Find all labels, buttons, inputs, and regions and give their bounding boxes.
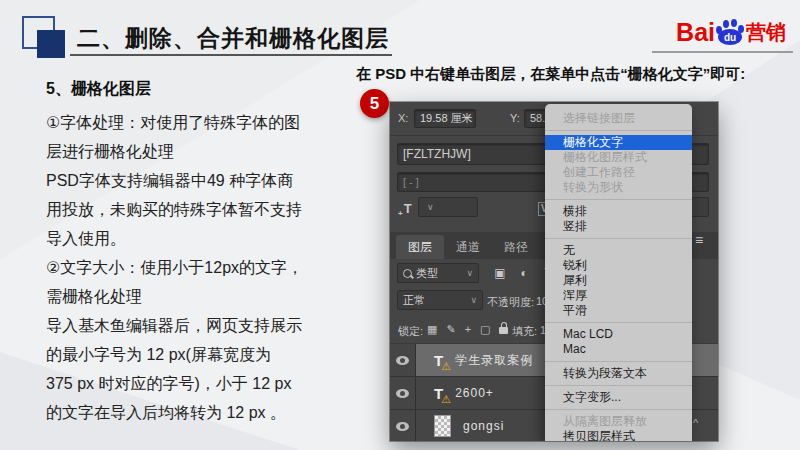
menu-group: 从隔离图层释放拷贝图层样式 bbox=[545, 410, 692, 441]
x-coordinate-input[interactable]: 19.58 厘米 bbox=[414, 109, 476, 128]
body-text-line: 导入使用。 bbox=[46, 224, 376, 253]
text-layer-thumbnail: T⚠ bbox=[434, 385, 443, 402]
paw-toe bbox=[723, 20, 729, 28]
context-menu: 选择链接图层栅格化文字栅格化图层样式创建工作路径转换为形状横排竖排无锐利犀利浑厚… bbox=[545, 104, 692, 441]
baidu-marketing-logo: Bai du 营销 bbox=[676, 18, 786, 47]
menu-group: 选择链接图层 bbox=[545, 107, 692, 131]
y-coordinate-label: Y: bbox=[510, 112, 520, 124]
text-layer-thumbnail: T⚠ bbox=[434, 352, 443, 369]
context-menu-item: 栅格化图层样式 bbox=[545, 150, 692, 165]
context-menu-item[interactable]: 竖排 bbox=[545, 219, 692, 234]
pixel-layer-thumbnail bbox=[434, 415, 451, 437]
adjustment-filter-icon[interactable]: ◐ bbox=[512, 266, 536, 280]
logo-text-du: du bbox=[718, 29, 742, 45]
layers-panel-tab[interactable]: 路径 bbox=[492, 235, 540, 259]
lock-icons: ▦✎+▢ bbox=[427, 319, 517, 339]
paw-toe bbox=[731, 19, 737, 27]
warning-icon: ⚠ bbox=[441, 393, 451, 406]
context-menu-item: 从隔离图层释放 bbox=[545, 414, 692, 429]
title-underline bbox=[70, 54, 392, 56]
menu-group: 无锐利犀利浑厚平滑 bbox=[545, 239, 692, 323]
context-menu-item[interactable]: 栅格化文字 bbox=[545, 135, 692, 150]
slide: 二、删除、合并和栅格化图层 Bai du 营销 5、栅格化图层 ①字体处理：对使… bbox=[0, 0, 800, 450]
layers-panel-tab[interactable]: 图层 bbox=[396, 235, 444, 259]
body-text-line: 层进行栅格化处理 bbox=[46, 137, 376, 166]
menu-group: Mac LCDMac bbox=[545, 323, 692, 362]
baidu-paw-icon: du bbox=[716, 19, 744, 46]
blend-mode-value: 正常 bbox=[403, 293, 425, 308]
step-number-badge: 5 bbox=[360, 89, 389, 118]
body-text-line: 用投放，未购买的特殊字体暂不支持 bbox=[46, 195, 376, 224]
logo-underline bbox=[652, 51, 793, 53]
layer-name: 学生录取案例 bbox=[455, 352, 533, 369]
chevron-down-icon: ∨ bbox=[470, 295, 477, 305]
collapse-caret-icon[interactable]: ^ bbox=[693, 417, 698, 429]
page-title: 二、删除、合并和栅格化图层 bbox=[77, 23, 389, 54]
fill-label: 填充: bbox=[512, 324, 537, 339]
body-text-line: 的最小字号为 12 px(屏幕宽度为 bbox=[46, 340, 376, 369]
body-text-line: PSD字体支持编辑器中49 种字体商 bbox=[46, 166, 376, 195]
layer-name: gongsi bbox=[463, 419, 504, 433]
title-decoration-filled-square bbox=[37, 30, 65, 58]
logo-text-suffix: 营销 bbox=[746, 19, 786, 46]
chevron-down-icon: ∨ bbox=[427, 202, 434, 212]
eye-cell bbox=[390, 377, 416, 409]
body-text-line: 的文字在导入后均将转为 12 px 。 bbox=[46, 398, 376, 427]
context-menu-item[interactable]: 拷贝图层样式 bbox=[545, 429, 692, 441]
blend-mode-select[interactable]: 正常 ∨ bbox=[397, 290, 483, 310]
lock-icon[interactable] bbox=[499, 327, 508, 334]
pixel-filter-icon[interactable]: ▣ bbox=[488, 266, 512, 280]
layers-panel-tab[interactable]: 通道 bbox=[444, 235, 492, 259]
x-coordinate-label: X: bbox=[398, 112, 408, 124]
context-menu-item[interactable]: 浑厚 bbox=[545, 288, 692, 303]
opacity-label: 不透明度: bbox=[487, 295, 534, 310]
artboard-lock-icon[interactable]: ▢ bbox=[480, 323, 490, 336]
context-menu-item: 转换为形状 bbox=[545, 180, 692, 195]
visibility-eye-icon[interactable] bbox=[396, 422, 409, 431]
chevron-down-icon: ∨ bbox=[466, 268, 473, 278]
menu-group: 文字变形... bbox=[545, 386, 692, 410]
photoshop-screenshot: X: 19.58 厘米 Y: 58.49 厘米 [FZLTZHJW] [ - ]… bbox=[390, 102, 718, 441]
context-menu-item[interactable]: 文字变形... bbox=[545, 390, 692, 405]
search-icon bbox=[403, 269, 412, 278]
font-size-select[interactable]: ∨ bbox=[418, 197, 478, 217]
context-menu-item[interactable]: 锐利 bbox=[545, 258, 692, 273]
filter-type-label: 类型 bbox=[416, 266, 463, 281]
body-text-line: ①字体处理：对使用了特殊字体的图 bbox=[46, 108, 376, 137]
font-size-icon: T bbox=[398, 201, 412, 218]
context-menu-item[interactable]: 无 bbox=[545, 243, 692, 258]
instruction-caption: 在 PSD 中右键单击图层，在菜单中点击“栅格化文字”即可: bbox=[356, 65, 745, 84]
body-text-line: 需栅格化处理 bbox=[46, 282, 376, 311]
context-menu-item[interactable]: 转换为段落文本 bbox=[545, 366, 692, 381]
section-heading: 5、栅格化图层 bbox=[46, 79, 376, 100]
menu-group: 栅格化文字栅格化图层样式创建工作路径转换为形状 bbox=[545, 131, 692, 200]
visibility-eye-icon[interactable] bbox=[396, 389, 409, 398]
move-lock-icon[interactable]: + bbox=[465, 323, 471, 335]
body-text-line: 导入基木鱼编辑器后，网页支持展示 bbox=[46, 311, 376, 340]
left-text-block: 5、栅格化图层 ①字体处理：对使用了特殊字体的图层进行栅格化处理PSD字体支持编… bbox=[46, 79, 376, 427]
lock-label: 锁定: bbox=[398, 324, 423, 339]
body-text-line: 375 px 时对应的字号)，小于 12 px bbox=[46, 369, 376, 398]
context-menu-item: 创建工作路径 bbox=[545, 165, 692, 180]
context-menu-item[interactable]: 横排 bbox=[545, 204, 692, 219]
menu-group: 横排竖排 bbox=[545, 200, 692, 239]
context-menu-item: 选择链接图层 bbox=[545, 111, 692, 126]
warning-icon: ⚠ bbox=[441, 360, 451, 373]
context-menu-item[interactable]: Mac bbox=[545, 342, 692, 357]
context-menu-item[interactable]: Mac LCD bbox=[545, 327, 692, 342]
visibility-eye-icon[interactable] bbox=[396, 356, 409, 365]
context-menu-item[interactable]: 平滑 bbox=[545, 303, 692, 318]
filter-type-select[interactable]: 类型 ∨ bbox=[397, 263, 479, 283]
menu-group: 转换为段落文本 bbox=[545, 362, 692, 386]
body-text-line: ②文字大小：使用小于12px的文字， bbox=[46, 253, 376, 282]
logo-text-bai: Bai bbox=[676, 18, 715, 47]
layer-name: 2600+ bbox=[455, 386, 494, 400]
panel-menu-icon[interactable]: ≡ bbox=[695, 232, 703, 248]
paint-lock-icon[interactable]: ✎ bbox=[446, 323, 455, 336]
left-text-lines: ①字体处理：对使用了特殊字体的图层进行栅格化处理PSD字体支持编辑器中49 种字… bbox=[46, 108, 376, 427]
eye-cell bbox=[390, 410, 416, 441]
transparency-lock-icon[interactable]: ▦ bbox=[427, 323, 437, 336]
eye-cell bbox=[390, 344, 416, 376]
context-menu-item[interactable]: 犀利 bbox=[545, 273, 692, 288]
